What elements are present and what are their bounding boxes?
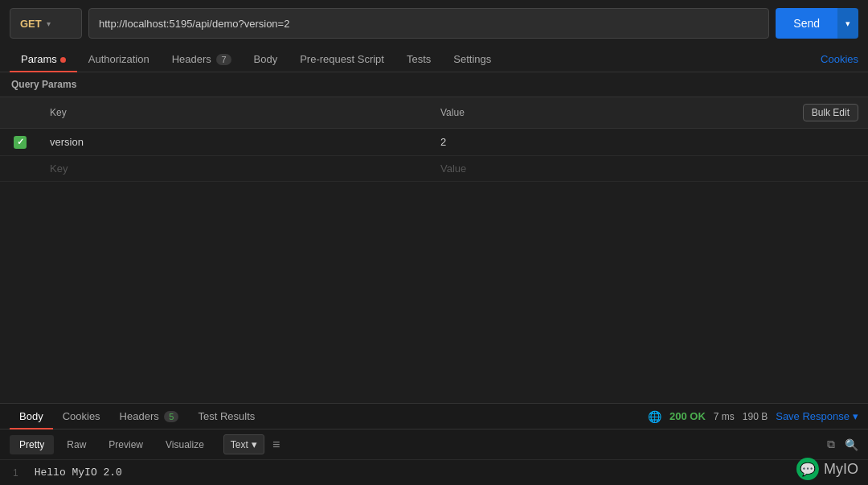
tab-authorization[interactable]: Authorization <box>77 47 161 72</box>
query-params-header: Query Params <box>0 72 868 97</box>
table-row: version 2 <box>0 129 868 156</box>
row1-key-cell[interactable]: version <box>40 129 431 156</box>
params-table: Key Value Bulk Edit version 2 Key Value <box>0 97 868 182</box>
tab-headers[interactable]: Headers 7 <box>161 47 243 72</box>
chevron-down-icon: ▾ <box>47 19 51 28</box>
globe-icon: 🌐 <box>648 410 661 423</box>
tab-settings[interactable]: Settings <box>442 47 502 72</box>
format-type-label: Text <box>231 439 248 450</box>
row2-key-cell[interactable]: Key <box>40 155 431 181</box>
table-row: Key Value <box>0 155 868 181</box>
response-body: 1 Hello MyIO 2.0 <box>0 460 868 485</box>
row2-checkbox-cell <box>0 155 40 181</box>
resp-headers-badge: 5 <box>164 411 178 422</box>
headers-badge: 7 <box>216 54 231 65</box>
fmt-tab-pretty[interactable]: Pretty <box>10 435 54 454</box>
fmt-tab-preview[interactable]: Preview <box>99 435 153 454</box>
resp-tab-body[interactable]: Body <box>10 404 53 429</box>
bulk-edit-button[interactable]: Bulk Edit <box>803 104 858 121</box>
resp-tab-headers[interactable]: Headers 5 <box>110 404 189 429</box>
checkbox-col-header <box>0 97 40 129</box>
fmt-tab-visualize[interactable]: Visualize <box>156 435 214 454</box>
status-badge: 200 OK <box>669 410 706 422</box>
url-input[interactable] <box>88 8 769 39</box>
watermark-text: MyIO <box>824 461 858 478</box>
bulk-edit-col: Bulk Edit <box>596 97 868 129</box>
tab-prerequest[interactable]: Pre-request Script <box>289 47 395 72</box>
cookies-link[interactable]: Cookies <box>821 53 858 65</box>
response-line: 1 Hello MyIO 2.0 <box>13 467 855 479</box>
line-number: 1 <box>13 467 18 479</box>
send-dropdown-button[interactable]: ▾ <box>837 8 858 39</box>
fmt-tab-raw[interactable]: Raw <box>57 435 96 454</box>
tab-body[interactable]: Body <box>243 47 289 72</box>
row2-actions-cell <box>596 155 868 181</box>
params-dot <box>60 57 66 63</box>
send-button[interactable]: Send <box>776 8 837 39</box>
search-icon[interactable]: 🔍 <box>845 438 858 451</box>
method-label: GET <box>20 18 42 30</box>
save-response-label: Save Response <box>776 410 850 422</box>
watermark: 💬 MyIO <box>796 458 858 480</box>
tab-params[interactable]: Params <box>10 47 77 72</box>
key-col-header: Key <box>40 97 431 129</box>
resp-tab-test-results[interactable]: Test Results <box>188 404 264 429</box>
method-select[interactable]: GET ▾ <box>10 8 82 39</box>
response-size: 190 B <box>743 411 768 422</box>
save-response-chevron: ▾ <box>853 410 858 422</box>
request-tabs: Params Authorization Headers 7 Body Pre-… <box>0 47 868 72</box>
format-bar: Pretty Raw Preview Visualize Text ▾ ≡ ⧉ … <box>0 430 868 460</box>
row1-checkbox[interactable] <box>14 136 27 149</box>
resp-actions: ⧉ 🔍 <box>827 438 858 451</box>
tab-tests[interactable]: Tests <box>395 47 442 72</box>
copy-icon[interactable]: ⧉ <box>827 438 835 451</box>
row1-checkbox-cell <box>0 129 40 156</box>
params-table-header-row: Key Value Bulk Edit <box>0 97 868 129</box>
response-time: 7 ms <box>714 411 735 422</box>
wrap-icon[interactable]: ≡ <box>272 438 280 452</box>
row2-value-cell[interactable]: Value <box>431 155 596 181</box>
send-btn-group: Send ▾ <box>776 8 858 39</box>
response-text: Hello MyIO 2.0 <box>35 467 122 479</box>
save-response-button[interactable]: Save Response ▾ <box>776 410 858 422</box>
wechat-icon: 💬 <box>796 458 819 480</box>
format-type-chevron: ▾ <box>252 438 257 450</box>
value-col-header: Value <box>431 97 596 129</box>
top-bar: GET ▾ Send ▾ <box>0 0 868 47</box>
response-section: Body Cookies Headers 5 Test Results 🌐 20… <box>0 403 868 485</box>
row1-value-cell[interactable]: 2 <box>431 129 596 156</box>
row1-actions-cell <box>596 129 868 156</box>
response-meta: 🌐 200 OK 7 ms 190 B Save Response ▾ <box>648 410 858 423</box>
format-type-select[interactable]: Text ▾ <box>223 434 264 454</box>
resp-tab-cookies[interactable]: Cookies <box>53 404 110 429</box>
response-tabs-bar: Body Cookies Headers 5 Test Results 🌐 20… <box>0 404 868 430</box>
